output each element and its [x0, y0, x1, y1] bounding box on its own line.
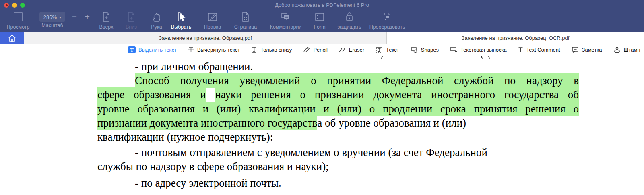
select-cursor-icon [168, 10, 194, 23]
form-fields-icon [310, 10, 329, 23]
tool-pencil[interactable]: Pencil [303, 46, 327, 53]
text-line: квалификации (нужное подчеркнуть): [97, 130, 579, 144]
stamp-icon [613, 46, 621, 53]
hand-icon [146, 10, 167, 23]
comments-button[interactable]: Комментарии [265, 10, 307, 30]
document-canvas[interactable]: - при личном обращении. Способ получения… [0, 55, 644, 195]
text-line: службы по надзору в сфере образования и … [97, 160, 579, 174]
page-down-button: Вниз [121, 10, 142, 30]
title-toolbar: Добро пожаловать в PDFelement 6 Pro Прос… [0, 0, 644, 32]
zoom-dropdown[interactable]: 286% ▾ [39, 12, 65, 22]
tool-text[interactable]: Текст [375, 46, 399, 53]
page-text: - при личном обращении. Способ получения… [97, 60, 579, 190]
text-box-icon [375, 46, 383, 53]
page-up-icon [96, 10, 117, 23]
clipped-glyph-fragment [481, 56, 483, 59]
tool-strikeout-text[interactable]: Вычеркнуть текст [188, 46, 240, 53]
tab2-title: Заявление на признание. Образец_OCR.pdf [462, 35, 570, 41]
text-line: сфере образования и науки решения о приз… [97, 88, 579, 102]
text-line: уровне образования и (или) квалификации … [97, 102, 579, 116]
tab1-title: Заявление на признание. Образец.pdf [159, 35, 252, 41]
tab-document-1[interactable]: Заявление на признание. Образец.pdf [24, 32, 387, 44]
home-button[interactable] [0, 32, 24, 44]
strikeout-icon [188, 46, 194, 53]
view-panel-icon [6, 10, 31, 23]
note-icon [571, 46, 579, 53]
view-mode-button[interactable]: Просмотр [6, 10, 31, 30]
tool-stamp[interactable]: Штамп [613, 46, 640, 53]
page-tools-button[interactable]: Страница [230, 10, 261, 30]
minus-icon: − [69, 10, 80, 23]
lock-icon [333, 10, 365, 23]
annotation-toolbar: T Выделить текст Вычеркнуть текст Только… [0, 45, 644, 55]
select-tool-button[interactable]: Выбрать [168, 10, 194, 30]
convert-button[interactable]: Преобразовать [365, 10, 410, 30]
window-title: Добро пожаловать в PDFelement 6 Pro [0, 2, 644, 8]
chevron-down-icon: ▾ [59, 15, 61, 19]
callout-icon [450, 46, 458, 53]
comments-bubbles-icon [265, 10, 307, 23]
text-line: - при личном обращении. [97, 60, 579, 74]
text-comment-icon [518, 46, 524, 53]
highlighted-text: уровне образования и (или) квалификации … [97, 102, 579, 116]
text-line: признании документа иностранного государ… [97, 116, 579, 130]
tool-text-comment[interactable]: Text Comment [518, 46, 560, 53]
tool-shapes[interactable]: Shapes [410, 46, 439, 53]
tab-document-2[interactable]: Заявление на признание. Образец_OCR.pdf [387, 32, 644, 44]
edit-button[interactable]: Правка [200, 10, 225, 30]
highlighted-text: признании документа иностранного государ… [97, 116, 317, 130]
zoom-in-button[interactable]: + [82, 10, 93, 23]
tool-note[interactable]: Заметка [571, 46, 602, 53]
clipped-glyph-fragment [488, 56, 490, 59]
zoom-value: 286% [43, 14, 57, 20]
form-button[interactable]: Form [310, 10, 329, 30]
text-line: - по адресу электронной почты. [97, 176, 579, 190]
highlighted-text: сфере образования и [97, 87, 206, 102]
tool-text-callout[interactable]: Текстовая выноска [450, 46, 507, 53]
text-line: - почтовым отправлением с уведомлением о… [97, 145, 579, 160]
tool-highlight-text[interactable]: T Выделить текст [128, 46, 177, 53]
highlight-text-icon: T [128, 46, 136, 53]
edit-pencil-icon [200, 10, 225, 23]
plus-icon: + [82, 10, 93, 23]
tool-eraser[interactable]: Eraser [339, 47, 364, 53]
eraser-icon [339, 47, 346, 53]
page-up-button[interactable]: Вверх [96, 10, 117, 30]
text-line: Способ получения уведомлений о принятии … [97, 74, 579, 88]
tool-underline-only[interactable]: Только снизу [251, 46, 292, 53]
zoom-out-button[interactable]: − [69, 10, 80, 23]
pencil-icon [303, 46, 310, 53]
home-icon [8, 34, 17, 42]
clipped-glyph-fragment [381, 56, 383, 59]
page-grid-icon [230, 10, 261, 23]
page-down-icon [121, 10, 142, 23]
convert-arrows-icon [365, 10, 410, 23]
highlighted-text: Способ получения уведомлений о принятии … [135, 73, 579, 88]
underline-icon [251, 46, 258, 53]
highlighted-text: науки решения о признании документа инос… [215, 87, 579, 102]
protect-button[interactable]: защищать [333, 10, 365, 30]
zoom-control[interactable]: 286% ▾ Масштаб [37, 10, 67, 28]
tab-bar: Заявление на признание. Образец.pdf Заяв… [0, 32, 644, 44]
shapes-icon [410, 46, 418, 53]
hand-tool-button[interactable]: Рука [146, 10, 167, 30]
